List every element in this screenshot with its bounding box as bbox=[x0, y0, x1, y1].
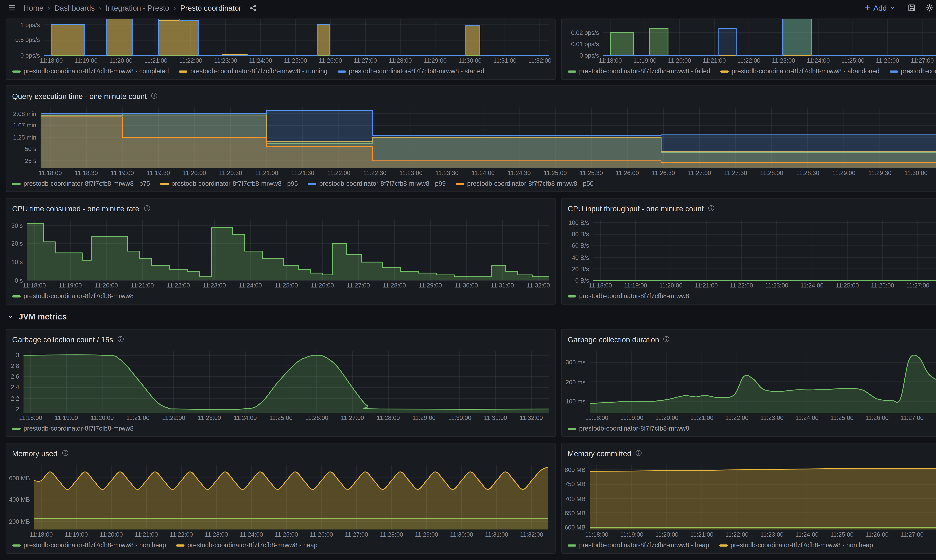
x-axis-label: 11:19:00 bbox=[620, 531, 643, 538]
legend-series-name: prestodb-coordinator-8f7f7cfb8-mrww8 - p… bbox=[319, 180, 446, 187]
x-axis-label: 11:32:00 bbox=[520, 414, 543, 421]
panel-title[interactable]: Memory used bbox=[12, 449, 57, 457]
legend-item[interactable]: prestodb-coordinator-8f7f7cfb8-mrww8 - c… bbox=[12, 68, 169, 75]
panel-title[interactable]: Garbage collection duration bbox=[568, 335, 659, 343]
legend-item[interactable]: prestodb-coordinator-8f7f7cfb8-mrww8 - p… bbox=[308, 180, 446, 187]
panel-title[interactable]: CPU time consumed - one minute rate bbox=[12, 204, 139, 212]
cpu-time-consumed-chart[interactable]: 0 s10 s20 s30 s11:18:0011:19:0011:20:001… bbox=[6, 215, 555, 291]
jvm-metrics-section-toggle[interactable]: JVM metrics bbox=[6, 310, 936, 323]
legend-item[interactable]: prestodb-coordinator-8f7f7cfb8-mrww8 - p… bbox=[456, 180, 594, 187]
x-axis-label: 11:22:30 bbox=[363, 169, 387, 177]
panel-title[interactable]: Memory committed bbox=[568, 449, 631, 457]
plot-area[interactable] bbox=[562, 346, 936, 423]
memory-used-legend: prestodb-coordinator-8f7f7cfb8-mrww8 - n… bbox=[6, 539, 555, 553]
legend-series-color bbox=[568, 70, 577, 72]
legend-item[interactable]: prestodb-coordinator-8f7f7cfb8-mrww8 - p… bbox=[160, 180, 298, 187]
info-icon[interactable] bbox=[143, 204, 151, 212]
y-axis-label: 30 s bbox=[6, 222, 23, 229]
menu-button[interactable] bbox=[6, 2, 19, 14]
x-axis-label: 11:19:00 bbox=[55, 414, 78, 421]
x-axis-label: 11:20:00 bbox=[91, 414, 114, 421]
legend-item[interactable]: prestodb-coordinator-8f7f7cfb8-mrww8 - p… bbox=[12, 180, 150, 187]
memory-committed-chart[interactable]: 600 MB650 MB700 MB750 MB800 MB11:18:0011… bbox=[562, 460, 936, 539]
x-axis-label: 11:18:00 bbox=[29, 531, 53, 538]
gc-duration-chart[interactable]: 100 ms200 ms300 ms11:18:0011:19:0011:20:… bbox=[562, 346, 936, 423]
memory-used-chart[interactable]: 200 MB400 MB600 MB11:18:0011:19:0011:20:… bbox=[6, 460, 555, 539]
x-axis-label: 11:19:00 bbox=[620, 414, 643, 421]
legend-series-name: prestodb-coordinator-8f7f7cfb8-mrww8 - h… bbox=[187, 542, 318, 549]
legend-item[interactable]: prestodb-coordinator-8f7f7cfb8-mrww8 - f… bbox=[568, 68, 710, 75]
y-axis-label: 2.8 bbox=[6, 362, 19, 369]
plot-area[interactable] bbox=[6, 460, 555, 539]
legend-item[interactable]: prestodb-coordinator-8f7f7cfb8-mrww8 - s… bbox=[337, 68, 484, 75]
x-axis-label: 11:30:00 bbox=[904, 169, 928, 177]
info-icon[interactable] bbox=[61, 449, 69, 457]
legend-item[interactable]: prestodb-coordinator-8f7f7cfb8-mrww8 bbox=[12, 425, 134, 432]
x-axis-label: 11:18:30 bbox=[75, 169, 98, 177]
panel-title[interactable]: CPU input throughput - one minute count bbox=[568, 204, 704, 212]
panel-header: CPU time consumed - one minute rate bbox=[6, 198, 555, 215]
legend-item[interactable]: prestodb-coordinator-8f7f7cfb8-mrww8 - h… bbox=[568, 542, 709, 549]
info-icon[interactable] bbox=[150, 92, 158, 100]
breadcrumb-item[interactable]: Home bbox=[23, 3, 44, 12]
x-axis-label: 11:32:00 bbox=[527, 282, 550, 289]
legend-item[interactable]: prestodb-coordinator-8f7f7cfb8-mrww8 - n… bbox=[719, 542, 873, 549]
y-axis-label: 300 ms bbox=[562, 359, 586, 366]
plot-area[interactable] bbox=[6, 215, 555, 291]
queries-failed-chart[interactable]: 0.02 ops/s0.01 ops/s0 ops/s11:18:0011:19… bbox=[562, 19, 936, 65]
dashboard-settings-button[interactable] bbox=[923, 2, 936, 14]
legend-series-name: prestodb-coordinator-8f7f7cfb8-mrww8 bbox=[23, 425, 134, 432]
x-axis-label: 11:27:00 bbox=[341, 414, 364, 421]
y-axis-label: 1.25 min bbox=[6, 134, 36, 141]
x-axis-label: 11:28:00 bbox=[380, 531, 403, 538]
x-axis-label: 11:21:00 bbox=[695, 282, 718, 289]
info-icon[interactable] bbox=[663, 335, 671, 343]
panel-gc-count: Garbage collection count / 15s 22.22.42.… bbox=[6, 329, 555, 437]
y-axis-label: 600 MB bbox=[562, 524, 586, 531]
panel-title[interactable]: Query execution time - one minute count bbox=[12, 91, 147, 100]
x-axis-label: 11:28:00 bbox=[760, 169, 783, 177]
x-axis-label: 11:20:00 bbox=[655, 414, 678, 421]
save-dashboard-button[interactable] bbox=[905, 2, 918, 14]
breadcrumb-item[interactable]: Presto coordinator bbox=[180, 3, 241, 12]
x-axis-label: 11:30:00 bbox=[450, 531, 473, 538]
plot-area[interactable] bbox=[562, 460, 936, 539]
queries-by-state-chart[interactable]: 1 ops/s0.5 ops/s0 ops/s11:18:0011:19:001… bbox=[6, 19, 555, 65]
x-axis-label: 11:20:00 bbox=[100, 531, 123, 538]
plot-area[interactable] bbox=[6, 346, 555, 423]
legend-item[interactable]: prestodb-coordinator-8f7f7cfb8-mrww8 - c… bbox=[890, 68, 936, 75]
y-axis-label: 25 s bbox=[6, 157, 36, 165]
info-icon[interactable] bbox=[707, 204, 715, 212]
y-axis-label: 700 MB bbox=[562, 495, 586, 502]
legend-item[interactable]: prestodb-coordinator-8f7f7cfb8-mrww8 - r… bbox=[179, 68, 327, 75]
y-axis-label: 20 B/s bbox=[562, 265, 589, 272]
x-axis-label: 11:27:00 bbox=[354, 57, 377, 64]
legend-item[interactable]: prestodb-coordinator-8f7f7cfb8-mrww8 bbox=[12, 292, 134, 300]
info-icon[interactable] bbox=[635, 449, 643, 457]
gc-duration-legend: prestodb-coordinator-8f7f7cfb8-mrww8 bbox=[562, 423, 936, 436]
x-axis-label: 11:23:00 bbox=[765, 282, 788, 289]
plot-area[interactable] bbox=[6, 103, 936, 178]
legend-item[interactable]: prestodb-coordinator-8f7f7cfb8-mrww8 bbox=[568, 425, 689, 432]
x-axis-label: 11:27:00 bbox=[688, 169, 711, 177]
legend-item[interactable]: prestodb-coordinator-8f7f7cfb8-mrww8 - h… bbox=[176, 542, 318, 549]
x-axis-label: 11:21:00 bbox=[703, 57, 726, 64]
panel-memory-committed: Memory committed 600 MB650 MB700 MB750 M… bbox=[561, 443, 936, 554]
breadcrumb-item[interactable]: Dashboards bbox=[54, 3, 95, 12]
legend-series-name: prestodb-coordinator-8f7f7cfb8-mrww8 bbox=[23, 292, 134, 300]
cpu-input-throughput-chart[interactable]: 0 B/s20 B/s40 B/s60 B/s80 B/s100 B/s11:1… bbox=[562, 215, 936, 291]
panel-title[interactable]: Garbage collection count / 15s bbox=[12, 335, 113, 343]
add-button[interactable]: Add bbox=[860, 3, 900, 13]
query-execution-time-chart[interactable]: 25 s50 s1.25 min1.67 min2.08 min11:18:00… bbox=[6, 103, 936, 178]
legend-item[interactable]: prestodb-coordinator-8f7f7cfb8-mrww8 - n… bbox=[12, 542, 166, 549]
plot-area[interactable] bbox=[562, 215, 936, 291]
gc-count-chart[interactable]: 22.22.42.62.8311:18:0011:19:0011:20:0011… bbox=[6, 346, 555, 423]
chevron-down-icon bbox=[889, 4, 896, 11]
legend-series-name: prestodb-coordinator-8f7f7cfb8-mrww8 - p… bbox=[171, 180, 298, 187]
x-axis-label: 11:21:00 bbox=[255, 169, 278, 177]
share-dashboard-button[interactable] bbox=[246, 2, 259, 14]
legend-item[interactable]: prestodb-coordinator-8f7f7cfb8-mrww8 - a… bbox=[720, 68, 879, 75]
breadcrumb-item[interactable]: Integration - Presto bbox=[106, 3, 169, 12]
legend-item[interactable]: prestodb-coordinator-8f7f7cfb8-mrww8 bbox=[568, 292, 689, 300]
info-icon[interactable] bbox=[117, 335, 125, 343]
